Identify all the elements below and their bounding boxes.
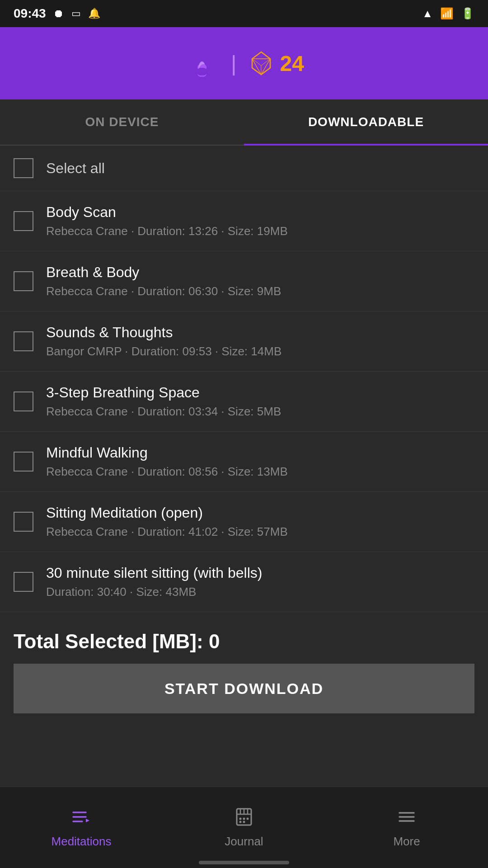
wifi-icon: ▲ [422,7,433,20]
home-indicator [199,861,289,864]
meditation-title: Sounds & Thoughts [46,324,474,341]
meditation-checkbox-2[interactable] [14,331,33,351]
status-bar: 09:43 ⏺ ▭ 🔔 ▲ 📶 🔋 [0,0,488,27]
svg-point-26 [247,817,249,820]
tab-on-device[interactable]: ON DEVICE [0,99,244,145]
nav-journal[interactable]: Journal [163,800,325,856]
meditation-item[interactable]: 3-Step Breathing SpaceRebecca Crane · Du… [0,372,488,432]
nav-journal-label: Journal [225,835,263,849]
tab-downloadable[interactable]: DOWNLOADABLE [244,99,488,145]
signal-icon: 📶 [440,7,454,20]
svg-line-11 [252,59,261,75]
svg-point-27 [239,821,242,823]
meditation-title: Mindful Walking [46,444,474,461]
svg-point-25 [243,817,245,820]
meditation-meta: Bangor CMRP · Duration: 09:53 · Size: 14… [46,344,474,359]
meditation-checkbox-0[interactable] [14,211,33,231]
select-all-row[interactable]: Select all [0,146,488,191]
battery-icon: 🔋 [461,7,474,20]
more-icon [397,807,417,831]
meditation-title: 30 minute silent sitting (with bells) [46,565,474,581]
svg-line-9 [252,52,261,59]
meditation-checkbox-4[interactable] [14,452,33,472]
nav-meditations-label: Meditations [52,835,112,849]
meditation-checkbox-3[interactable] [14,392,33,411]
meditation-item[interactable]: Sounds & ThoughtsBangor CMRP · Duration:… [0,311,488,372]
meditation-checkbox-6[interactable] [14,572,33,592]
status-time: 09:43 [14,6,46,21]
meditation-title: Breath & Body [46,264,474,281]
meditation-meta: Rebecca Crane · Duration: 03:34 · Size: … [46,405,474,419]
start-download-button[interactable]: START DOWNLOAD [14,664,474,713]
meditation-item[interactable]: Mindful WalkingRebecca Crane · Duration:… [0,432,488,492]
meditation-title: Body Scan [46,204,474,221]
app-header: | 24 [0,27,488,99]
svg-point-28 [243,821,245,823]
header-divider: | [231,51,236,76]
svg-line-14 [261,59,270,66]
meditation-checkbox-1[interactable] [14,271,33,291]
gem-count: 24 [280,51,304,76]
gem-badge: 24 [248,50,304,77]
meditation-item[interactable]: 30 minute silent sitting (with bells)Dur… [0,552,488,612]
total-selected: Total Selected [MB]: 0 [14,630,474,653]
svg-point-24 [239,817,242,820]
tabs: ON DEVICE DOWNLOADABLE [0,99,488,146]
meditation-item[interactable]: Breath & BodyRebecca Crane · Duration: 0… [0,251,488,311]
footer-summary: Total Selected [MB]: 0 START DOWNLOAD [0,612,488,722]
bottom-nav: Meditations Journal [0,787,488,868]
meditations-icon [71,807,91,831]
meditation-meta: Rebecca Crane · Duration: 06:30 · Size: … [46,284,474,298]
select-all-checkbox[interactable] [14,158,33,178]
screen-record-icon: ▭ [71,8,81,19]
svg-line-13 [252,59,261,66]
journal-icon [234,807,254,831]
nav-more-label: More [393,835,420,849]
meditation-title: 3-Step Breathing Space [46,384,474,401]
gem-icon [248,50,275,77]
nav-more[interactable]: More [325,800,488,856]
recording-icon: ⏺ [53,7,64,20]
meditation-meta: Rebecca Crane · Duration: 08:56 · Size: … [46,465,474,479]
meditation-item[interactable]: Sitting Meditation (open)Rebecca Crane ·… [0,492,488,552]
meditation-checkbox-5[interactable] [14,512,33,532]
meditation-meta: Rebecca Crane · Duration: 13:26 · Size: … [46,224,474,238]
svg-line-10 [261,52,270,59]
notification-icon: 🔔 [88,8,100,19]
select-all-label: Select all [46,160,105,177]
nav-meditations[interactable]: Meditations [0,800,163,856]
meditation-meta: Duration: 30:40 · Size: 43MB [46,585,474,599]
meditation-meta: Rebecca Crane · Duration: 41:02 · Size: … [46,525,474,539]
meditation-title: Sitting Meditation (open) [46,505,474,521]
meditation-item[interactable]: Body ScanRebecca Crane · Duration: 13:26… [0,191,488,251]
meditation-list: Body ScanRebecca Crane · Duration: 13:26… [0,191,488,612]
main-content: Select all Body ScanRebecca Crane · Dura… [0,146,488,813]
lotus-icon [184,50,220,77]
svg-line-12 [261,59,270,75]
